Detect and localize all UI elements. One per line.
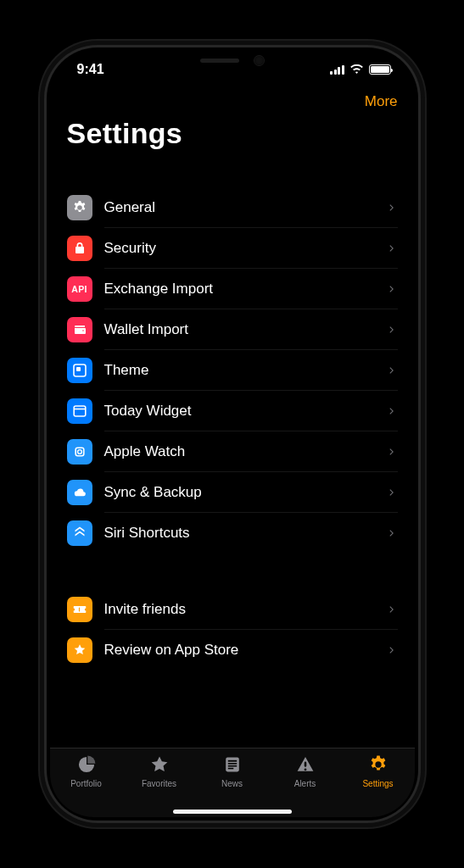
row-label: Siri Shortcuts: [104, 525, 381, 542]
settings-row-wallet-import[interactable]: Wallet Import: [50, 309, 415, 350]
row-label: Theme: [104, 362, 381, 379]
settings-row-sync-backup[interactable]: Sync & Backup: [50, 472, 415, 513]
settings-list[interactable]: GeneralSecurityAPIExchange ImportWallet …: [50, 164, 415, 748]
lock-icon: [67, 236, 92, 261]
settings-row-general[interactable]: General: [50, 187, 415, 228]
wifi-icon: [349, 64, 364, 75]
watch-icon: [67, 439, 92, 465]
settings-row-theme[interactable]: Theme: [50, 350, 415, 391]
tab-settings[interactable]: Settings: [342, 754, 415, 817]
more-button[interactable]: More: [365, 93, 398, 110]
front-camera: [254, 56, 264, 65]
row-label: Today Widget: [104, 403, 381, 420]
tab-favorites[interactable]: Favorites: [123, 754, 196, 817]
settings-row-security[interactable]: Security: [50, 228, 415, 269]
gear-icon: [67, 195, 92, 220]
phone-mockup: 9:41 More Setting: [47, 47, 418, 821]
chevron-right-icon: [386, 441, 398, 463]
row-label: Review on App Store: [104, 642, 381, 659]
chevron-right-icon: [386, 481, 398, 504]
chevron-right-icon: [386, 237, 398, 259]
row-label: Apple Watch: [104, 443, 381, 460]
tab-alerts[interactable]: Alerts: [269, 754, 342, 817]
tab-portfolio[interactable]: Portfolio: [50, 754, 123, 817]
cloud-icon: [67, 480, 92, 505]
chevron-right-icon: [386, 319, 398, 341]
chevron-right-icon: [386, 598, 398, 620]
settings-row-invite-friends[interactable]: Invite friends: [50, 589, 415, 630]
page-title: Settings: [50, 110, 415, 164]
row-label: Exchange Import: [104, 281, 381, 298]
api-icon: API: [67, 276, 92, 302]
battery-icon: [369, 64, 391, 75]
widget-icon: [67, 398, 92, 424]
chevron-right-icon: [386, 278, 398, 300]
gear-icon: [367, 754, 389, 777]
chevron-right-icon: [386, 522, 398, 544]
tab-label: Settings: [362, 779, 393, 788]
chevron-right-icon: [386, 639, 398, 661]
tab-bar: PortfolioFavoritesNewsAlertsSettings: [50, 748, 415, 817]
settings-row-today-widget[interactable]: Today Widget: [50, 391, 415, 431]
wallet-icon: [67, 317, 92, 342]
shortcuts-icon: [67, 520, 92, 546]
chevron-right-icon: [386, 197, 398, 219]
row-label: Sync & Backup: [104, 484, 381, 501]
settings-row-apple-watch[interactable]: Apple Watch: [50, 431, 415, 472]
row-label: General: [104, 199, 381, 216]
news-icon: [221, 754, 243, 777]
row-label: Invite friends: [104, 601, 381, 618]
status-time: 9:41: [77, 62, 104, 77]
nav-header: More: [50, 88, 415, 110]
alert-icon: [294, 754, 316, 777]
ticket-icon: [67, 597, 92, 622]
tab-news[interactable]: News: [196, 754, 269, 817]
chevron-right-icon: [386, 359, 398, 381]
settings-row-siri-shortcuts[interactable]: Siri Shortcuts: [50, 513, 415, 554]
tab-label: Favorites: [142, 779, 176, 788]
star-icon: [148, 754, 171, 777]
settings-row-review-appstore[interactable]: Review on App Store: [50, 630, 415, 670]
settings-row-exchange-import[interactable]: APIExchange Import: [50, 269, 415, 309]
tab-label: Alerts: [294, 779, 316, 788]
tab-label: News: [221, 779, 243, 788]
notch: [148, 47, 317, 73]
tab-label: Portfolio: [70, 779, 102, 788]
home-indicator[interactable]: [173, 810, 292, 814]
theme-icon: [67, 358, 92, 383]
cellular-signal-icon: [330, 65, 344, 75]
row-label: Security: [104, 240, 381, 257]
star-icon: [67, 637, 92, 663]
section-separator: [50, 554, 415, 589]
speaker-grille: [200, 58, 239, 63]
row-label: Wallet Import: [104, 321, 381, 338]
screen: 9:41 More Setting: [50, 51, 415, 817]
pie-icon: [75, 754, 98, 777]
chevron-right-icon: [386, 400, 398, 422]
